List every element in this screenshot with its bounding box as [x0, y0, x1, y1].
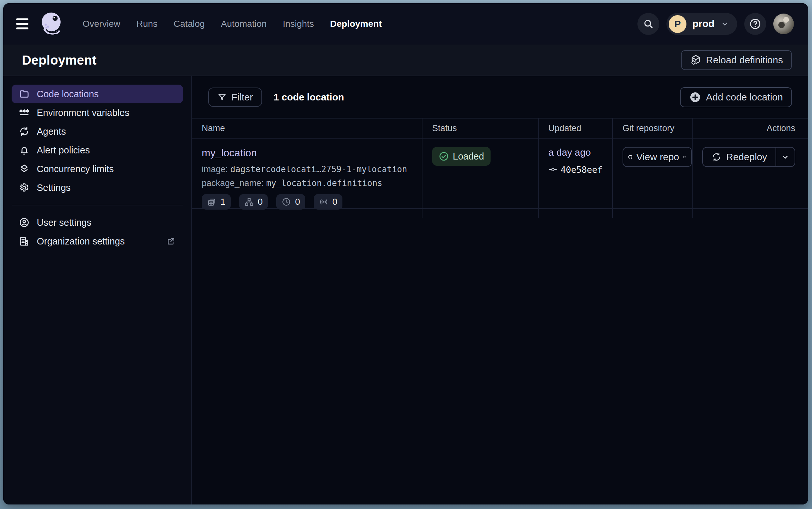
check-circle-icon: [439, 151, 449, 162]
nav-right-cluster: P prod: [637, 13, 794, 35]
schedules-count: 0: [295, 197, 300, 207]
deployment-initial: P: [669, 15, 687, 33]
chevron-down-icon: [780, 152, 790, 162]
search-icon: [643, 19, 654, 29]
sensors-icon: [319, 197, 329, 207]
deployment-name: prod: [692, 18, 714, 30]
redeploy-button[interactable]: Redeploy: [703, 147, 776, 166]
desktop-background: Overview Runs Catalog Automation Insight…: [0, 0, 812, 509]
reload-definitions-label: Reload definitions: [706, 55, 783, 66]
commit-hash: 40e58eef: [561, 165, 602, 175]
reload-definitions-icon: [690, 54, 702, 66]
help-button[interactable]: [744, 13, 766, 35]
definition-count-badges: 1: [202, 194, 412, 210]
git-repository-cell: View repo: [613, 139, 693, 218]
sidebar-item-environment-variables[interactable]: Environment variables: [12, 103, 183, 122]
redeploy-icon: [711, 152, 722, 162]
sidebar: Code locations Environment: [3, 76, 192, 505]
sync-icon: [19, 126, 30, 137]
image-value: dagstercodelocati…2759-1-mylocation: [230, 164, 407, 174]
nav-catalog[interactable]: Catalog: [174, 19, 205, 29]
package-value: my_location.definitions: [266, 178, 382, 188]
top-nav: Overview Runs Catalog Automation Insight…: [3, 3, 808, 44]
octopus-icon: [39, 11, 65, 36]
nav-insights[interactable]: Insights: [283, 19, 314, 29]
code-locations-table: Name Status Updated Git repository Actio…: [192, 118, 808, 209]
reload-definitions-button[interactable]: Reload definitions: [681, 50, 792, 70]
image-label: image:: [202, 164, 228, 174]
content-area: Code locations Environment: [3, 76, 808, 505]
sidebar-item-settings[interactable]: Settings: [12, 178, 183, 197]
sidebar-item-label: Code locations: [37, 89, 99, 99]
help-icon: [749, 18, 762, 30]
layers-icon: [19, 163, 30, 174]
commit-icon: [548, 164, 557, 175]
nav-automation[interactable]: Automation: [221, 19, 267, 29]
bell-icon: [19, 145, 30, 156]
nav-overview[interactable]: Overview: [83, 19, 120, 29]
external-link-icon: [683, 152, 686, 162]
assets-badge: 1: [202, 194, 231, 210]
assets-count: 1: [220, 197, 226, 207]
sidebar-item-label: Settings: [37, 182, 71, 193]
column-header-updated: Updated: [539, 118, 613, 138]
name-cell: my_location image: dagstercodelocati…275…: [192, 139, 422, 218]
code-location-link[interactable]: my_location: [202, 147, 257, 159]
actions-cell: Redeploy: [693, 139, 808, 218]
sidebar-item-organization-settings[interactable]: Organization settings: [12, 232, 183, 250]
jobs-count: 0: [258, 197, 263, 207]
table-header: Name Status Updated Git repository Actio…: [192, 118, 808, 139]
nav-runs[interactable]: Runs: [137, 19, 157, 29]
redeploy-label: Redeploy: [726, 151, 767, 163]
sidebar-item-user-settings[interactable]: User settings: [12, 213, 183, 232]
redeploy-split-button: Redeploy: [702, 147, 795, 167]
deployment-switcher[interactable]: P prod: [666, 13, 737, 35]
status-label: Loaded: [453, 151, 484, 162]
dagster-logo[interactable]: [39, 11, 65, 36]
gear-icon: [19, 182, 30, 193]
user-avatar[interactable]: [773, 13, 794, 34]
sidebar-item-agents[interactable]: Agents: [12, 122, 183, 141]
commit-line: 40e58eef: [548, 164, 602, 175]
schedules-icon: [282, 197, 291, 207]
schedules-badge: 0: [276, 194, 305, 210]
nav-deployment[interactable]: Deployment: [330, 19, 382, 29]
image-line: image: dagstercodelocati…2759-1-mylocati…: [202, 164, 412, 174]
sidebar-item-concurrency-limits[interactable]: Concurrency limits: [12, 160, 183, 178]
package-label: package_name:: [202, 178, 264, 188]
status-badge: Loaded: [432, 147, 490, 166]
building-icon: [19, 236, 30, 247]
sensors-count: 0: [332, 197, 338, 207]
assets-icon: [207, 197, 217, 207]
status-cell: Loaded: [422, 139, 539, 218]
view-repo-button[interactable]: View repo: [623, 147, 692, 167]
sidebar-item-alert-policies[interactable]: Alert policies: [12, 141, 183, 160]
page-title: Deployment: [22, 53, 97, 68]
sidebar-item-code-locations[interactable]: Code locations: [12, 84, 183, 103]
add-code-location-button[interactable]: Add code location: [680, 87, 792, 107]
sidebar-divider: [12, 205, 183, 205]
filter-button[interactable]: Filter: [208, 88, 262, 107]
search-button[interactable]: [637, 13, 659, 35]
jobs-badge: 0: [239, 194, 268, 210]
redeploy-menu-button[interactable]: [776, 147, 795, 166]
page-header: Deployment Reload definitions: [3, 44, 808, 76]
column-header-status: Status: [422, 118, 539, 138]
column-header-name: Name: [192, 118, 422, 138]
sidebar-item-label: Concurrency limits: [37, 164, 114, 174]
updated-cell: a day ago 40e58eef: [539, 139, 613, 218]
updated-link[interactable]: a day ago: [548, 147, 591, 158]
plus-circle-icon: [689, 91, 701, 103]
sidebar-item-label: Organization settings: [37, 236, 124, 247]
sidebar-item-label: Environment variables: [37, 107, 130, 118]
code-location-count: 1 code location: [274, 92, 344, 103]
jobs-icon: [244, 197, 254, 207]
filter-icon: [217, 92, 227, 102]
view-repo-label: View repo: [636, 151, 679, 163]
folder-icon: [19, 89, 30, 99]
main-nav: Overview Runs Catalog Automation Insight…: [83, 19, 382, 29]
user-circle-icon: [19, 217, 30, 228]
app-window: Overview Runs Catalog Automation Insight…: [3, 3, 808, 505]
menu-button[interactable]: [16, 19, 28, 29]
column-header-actions: Actions: [693, 118, 808, 138]
